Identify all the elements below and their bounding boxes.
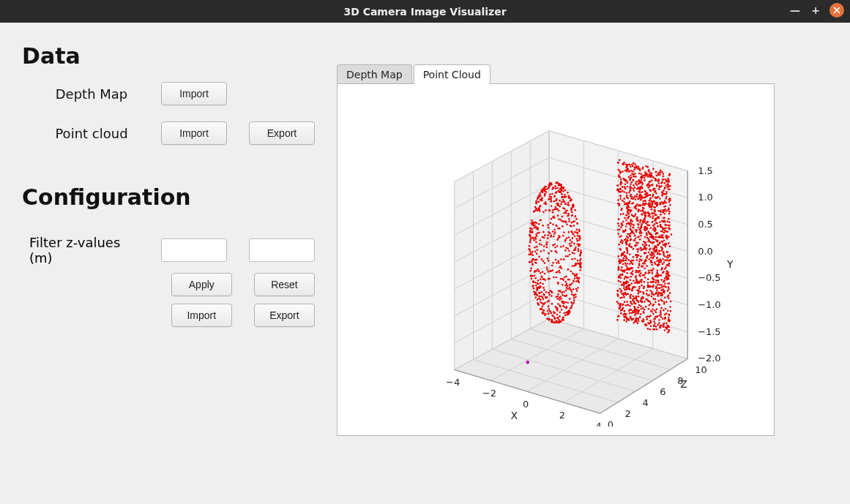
svg-point-885 xyxy=(646,290,648,292)
svg-point-2054 xyxy=(551,295,553,297)
svg-point-1953 xyxy=(546,247,548,249)
svg-point-2143 xyxy=(534,239,536,241)
svg-point-1242 xyxy=(663,285,666,287)
svg-point-1992 xyxy=(555,225,557,227)
svg-point-1117 xyxy=(646,174,649,176)
svg-point-1723 xyxy=(570,271,572,273)
config-import-button[interactable]: Import xyxy=(171,304,232,327)
apply-button[interactable]: Apply xyxy=(171,273,232,296)
svg-point-2020 xyxy=(550,182,552,184)
svg-point-2162 xyxy=(562,225,564,227)
svg-point-1255 xyxy=(657,253,659,255)
svg-point-1929 xyxy=(555,322,557,324)
svg-point-2014 xyxy=(541,305,543,307)
svg-point-256 xyxy=(626,195,628,197)
svg-point-2121 xyxy=(552,230,554,233)
svg-point-1043 xyxy=(649,206,651,208)
svg-point-1697 xyxy=(553,321,555,323)
svg-point-1621 xyxy=(553,317,556,320)
svg-point-333 xyxy=(666,301,668,303)
svg-point-713 xyxy=(630,262,633,264)
config-section-title: Configuration xyxy=(22,184,315,210)
svg-point-1252 xyxy=(626,244,628,246)
svg-point-1144 xyxy=(663,280,666,282)
svg-point-816 xyxy=(617,229,619,231)
svg-point-1088 xyxy=(630,166,632,168)
maximize-icon[interactable]: + xyxy=(809,4,822,17)
svg-point-1196 xyxy=(659,258,661,260)
point-cloud-import-button[interactable]: Import xyxy=(161,121,227,145)
svg-point-1208 xyxy=(658,185,660,187)
filter-zmin-input[interactable] xyxy=(161,238,227,262)
tab-depth-map[interactable]: Depth Map xyxy=(337,64,412,84)
svg-point-1670 xyxy=(549,193,551,195)
svg-point-523 xyxy=(666,264,668,266)
svg-point-541 xyxy=(652,215,655,217)
svg-point-388 xyxy=(626,263,628,265)
minimize-icon[interactable]: — xyxy=(789,4,802,17)
svg-point-648 xyxy=(624,217,626,219)
filter-zmax-input[interactable] xyxy=(249,238,315,262)
svg-point-1148 xyxy=(639,192,641,194)
svg-point-1347 xyxy=(641,223,643,225)
svg-point-86 xyxy=(664,283,666,285)
svg-point-406 xyxy=(633,184,635,187)
svg-point-1967 xyxy=(563,291,565,293)
svg-point-407 xyxy=(633,248,635,250)
svg-point-1278 xyxy=(645,165,647,168)
svg-point-1083 xyxy=(640,300,642,302)
svg-point-1724 xyxy=(529,270,532,272)
svg-point-188 xyxy=(664,259,666,261)
svg-point-1377 xyxy=(654,223,656,225)
svg-point-1254 xyxy=(649,203,651,205)
svg-point-346 xyxy=(655,192,657,195)
svg-point-1198 xyxy=(638,208,640,211)
svg-point-2138 xyxy=(569,298,571,300)
svg-point-1139 xyxy=(669,185,671,187)
svg-point-2118 xyxy=(578,245,580,247)
tab-point-cloud[interactable]: Point Cloud xyxy=(414,64,491,84)
svg-point-844 xyxy=(662,248,664,250)
svg-point-419 xyxy=(623,260,625,262)
svg-point-906 xyxy=(635,208,637,210)
svg-point-748 xyxy=(643,293,645,295)
svg-point-1700 xyxy=(533,291,535,293)
point-cloud-export-button[interactable]: Export xyxy=(249,121,315,145)
svg-point-1295 xyxy=(649,315,652,317)
svg-point-610 xyxy=(664,200,666,203)
svg-point-1274 xyxy=(627,252,629,255)
svg-point-1878 xyxy=(540,291,543,293)
svg-point-1471 xyxy=(565,301,567,304)
reset-button[interactable]: Reset xyxy=(254,273,315,296)
svg-point-831 xyxy=(660,274,662,277)
svg-point-576 xyxy=(652,313,655,315)
svg-point-621 xyxy=(630,260,632,263)
svg-point-345 xyxy=(657,174,660,176)
svg-point-1415 xyxy=(640,199,642,201)
svg-point-586 xyxy=(622,274,624,277)
svg-point-1771 xyxy=(573,295,575,297)
svg-point-1396 xyxy=(645,249,647,251)
svg-point-1921 xyxy=(571,305,573,307)
svg-point-151 xyxy=(617,169,619,171)
depth-map-import-button[interactable]: Import xyxy=(161,82,227,105)
svg-point-520 xyxy=(637,251,639,253)
svg-point-1445 xyxy=(619,171,622,173)
svg-point-1180 xyxy=(640,227,642,229)
svg-point-303 xyxy=(633,256,635,258)
close-icon[interactable] xyxy=(830,3,844,18)
svg-point-1769 xyxy=(544,262,546,264)
svg-point-1951 xyxy=(540,282,542,284)
svg-point-1930 xyxy=(564,285,567,287)
svg-point-1876 xyxy=(553,229,556,231)
svg-point-1867 xyxy=(536,294,538,296)
svg-point-1659 xyxy=(578,239,581,241)
svg-point-1694 xyxy=(574,236,576,238)
svg-point-1663 xyxy=(531,278,533,280)
svg-point-1467 xyxy=(655,171,657,173)
svg-point-1363 xyxy=(643,285,645,287)
config-export-button[interactable]: Export xyxy=(254,304,315,327)
svg-point-2096 xyxy=(570,209,573,211)
svg-point-790 xyxy=(626,196,628,198)
svg-point-368 xyxy=(630,282,633,285)
